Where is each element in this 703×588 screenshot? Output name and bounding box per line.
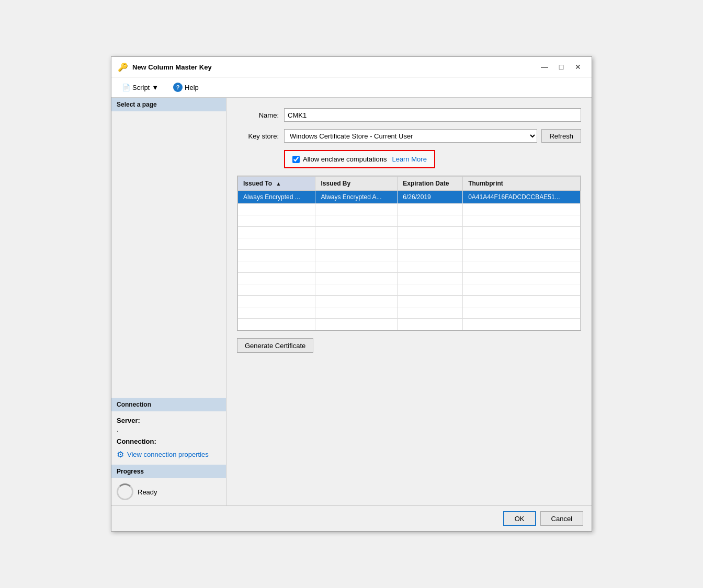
col-expiration-date[interactable]: Expiration Date bbox=[398, 177, 463, 191]
allow-enclave-label: Allow enclave computations bbox=[292, 155, 387, 163]
empty-row-11 bbox=[238, 319, 581, 330]
allow-enclave-text: Allow enclave computations bbox=[303, 155, 387, 163]
connection-icon: ⚙ bbox=[117, 449, 124, 459]
col-issued-by[interactable]: Issued By bbox=[315, 177, 398, 191]
title-bar-left: 🔑 New Column Master Key bbox=[118, 62, 212, 72]
empty-row-2 bbox=[238, 215, 581, 227]
cell-expiration-date: 6/26/2019 bbox=[398, 191, 463, 204]
cell-issued-by: Always Encrypted A... bbox=[315, 191, 398, 204]
title-bar-controls: — □ ✕ bbox=[537, 61, 585, 73]
sort-arrow-icon: ▲ bbox=[276, 181, 281, 187]
sidebar-page-list bbox=[111, 111, 226, 398]
name-label: Name: bbox=[237, 111, 279, 119]
ok-button[interactable]: OK bbox=[503, 511, 536, 526]
cell-issued-to: Always Encrypted ... bbox=[238, 191, 315, 204]
script-icon: 📄 bbox=[122, 84, 130, 91]
server-label: Server: bbox=[117, 417, 221, 424]
empty-row-6 bbox=[238, 261, 581, 273]
close-button[interactable]: ✕ bbox=[571, 61, 585, 73]
col-issued-to[interactable]: Issued To ▲ bbox=[238, 177, 315, 191]
name-row: Name: bbox=[237, 108, 581, 122]
server-value: . bbox=[117, 425, 221, 433]
learn-more-link[interactable]: Learn More bbox=[392, 155, 426, 163]
main-content: Name: Key store: Windows Certificate Sto… bbox=[226, 98, 592, 505]
sidebar: Select a page Connection Server: . Conne… bbox=[111, 98, 226, 505]
keystore-select-wrapper: Windows Certificate Store - Current User… bbox=[284, 129, 581, 143]
col-issued-by-label: Issued By bbox=[321, 180, 350, 187]
empty-row-1 bbox=[238, 204, 581, 215]
generate-certificate-button[interactable]: Generate Certificate bbox=[237, 338, 313, 353]
connection-info: Server: . Connection: ⚙ View connection … bbox=[111, 411, 226, 465]
connection-section-header: Connection bbox=[111, 398, 226, 411]
cancel-button[interactable]: Cancel bbox=[540, 511, 583, 526]
progress-status: Ready bbox=[138, 488, 157, 496]
empty-row-5 bbox=[238, 250, 581, 261]
progress-section-header: Progress bbox=[111, 465, 226, 478]
script-label: Script bbox=[132, 84, 150, 91]
empty-row-10 bbox=[238, 307, 581, 319]
keystore-select[interactable]: Windows Certificate Store - Current User… bbox=[284, 129, 537, 143]
view-connection-properties-link[interactable]: ⚙ View connection properties bbox=[117, 449, 221, 459]
main-window: 🔑 New Column Master Key — □ ✕ 📄 Script ▼… bbox=[111, 56, 592, 532]
window-icon: 🔑 bbox=[118, 62, 128, 72]
col-issued-to-label: Issued To bbox=[243, 180, 272, 187]
help-label: Help bbox=[185, 84, 199, 91]
certificate-table: Issued To ▲ Issued By Expiration Date Th… bbox=[237, 176, 581, 330]
table-header-row: Issued To ▲ Issued By Expiration Date Th… bbox=[238, 177, 581, 191]
maximize-button[interactable]: □ bbox=[554, 61, 569, 73]
col-thumbprint-label: Thumbprint bbox=[468, 180, 503, 187]
connection-label: Connection: bbox=[117, 437, 221, 445]
certificate-table-wrapper: Issued To ▲ Issued By Expiration Date Th… bbox=[237, 176, 581, 331]
help-button[interactable]: ? Help bbox=[169, 80, 203, 94]
window-title: New Column Master Key bbox=[132, 63, 212, 71]
cell-thumbprint: 0A41A44F16FADCDCCBAE51... bbox=[463, 191, 581, 204]
enclave-box: Allow enclave computations Learn More bbox=[284, 150, 435, 168]
script-dropdown-icon: ▼ bbox=[152, 84, 158, 91]
footer: OK Cancel bbox=[111, 505, 592, 531]
select-page-section: Select a page bbox=[111, 98, 226, 111]
empty-row-3 bbox=[238, 227, 581, 238]
progress-content: Ready bbox=[111, 478, 226, 505]
col-expiration-date-label: Expiration Date bbox=[403, 180, 449, 187]
empty-row-9 bbox=[238, 296, 581, 307]
keystore-label: Key store: bbox=[237, 132, 279, 140]
script-button[interactable]: 📄 Script ▼ bbox=[118, 82, 163, 94]
title-bar: 🔑 New Column Master Key — □ ✕ bbox=[111, 57, 592, 77]
toolbar: 📄 Script ▼ ? Help bbox=[111, 77, 592, 98]
keystore-row: Key store: Windows Certificate Store - C… bbox=[237, 129, 581, 143]
help-icon: ? bbox=[173, 83, 183, 92]
empty-row-7 bbox=[238, 273, 581, 284]
empty-row-8 bbox=[238, 284, 581, 296]
content-area: Select a page Connection Server: . Conne… bbox=[111, 98, 592, 505]
minimize-button[interactable]: — bbox=[537, 61, 552, 73]
refresh-button[interactable]: Refresh bbox=[541, 129, 581, 143]
col-thumbprint[interactable]: Thumbprint bbox=[463, 177, 581, 191]
view-connection-label: View connection properties bbox=[127, 451, 209, 458]
table-row[interactable]: Always Encrypted ... Always Encrypted A.… bbox=[238, 191, 581, 204]
name-input[interactable] bbox=[284, 108, 581, 122]
allow-enclave-checkbox[interactable] bbox=[292, 156, 300, 163]
empty-row-4 bbox=[238, 238, 581, 250]
progress-spinner bbox=[117, 483, 133, 500]
table-body: Always Encrypted ... Always Encrypted A.… bbox=[238, 191, 581, 330]
table-header: Issued To ▲ Issued By Expiration Date Th… bbox=[238, 177, 581, 191]
